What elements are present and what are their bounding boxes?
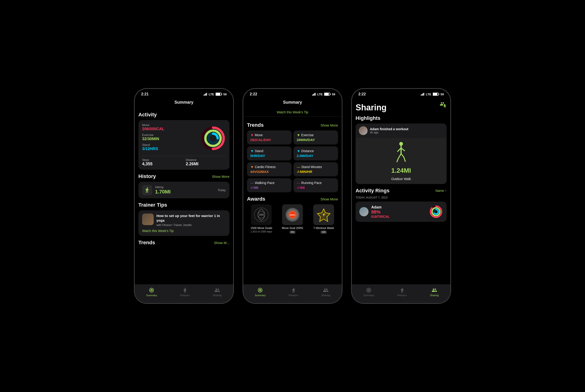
watch-tip-banner[interactable]: Watch this Week's Tip (243, 108, 342, 116)
nav-fitness-1[interactable]: Fitness+ (180, 288, 190, 297)
highlight-person-name: Adam finished a workout (370, 127, 408, 131)
nav-sharing-label-2: Sharing (321, 294, 330, 297)
svg-rect-5 (216, 93, 220, 95)
history-show-more[interactable]: Show More (212, 174, 229, 178)
nav-sharing-3[interactable]: Sharing (430, 288, 439, 297)
svg-text:↗: ↗ (217, 128, 219, 131)
award-name-7workout: 7-Workout Week (309, 226, 338, 230)
award-svg-200: 200% (284, 206, 301, 223)
svg-rect-2 (205, 93, 206, 96)
trend-card-distance[interactable]: ▼ Distance 2.0MI/DAY (294, 146, 338, 160)
scroll-content-2[interactable]: Trends Show More ▼ Move 282CAL/DAY (243, 118, 342, 302)
sharing-title: Sharing (352, 98, 450, 114)
award-count-7workout: 155 (321, 231, 327, 234)
highlight-visual: 1.24MI Outdoor Walk (356, 138, 447, 184)
svg-rect-40 (422, 94, 422, 96)
history-section-header: History Show More (138, 174, 229, 180)
distance-label: Distance (186, 158, 226, 162)
page-title-2: Summary (243, 98, 342, 108)
trend-card-exercise[interactable]: ▼ Exercise 28MIN/DAY (294, 130, 338, 144)
trend-card-stand[interactable]: ▼ Stand 5HR/DAY (247, 146, 291, 160)
share-manage-icon[interactable] (439, 102, 446, 109)
trend-arrow-standmin: — (297, 165, 300, 169)
nav-summary-2[interactable]: Summary (255, 288, 266, 297)
trend-arrow-move: ▼ (250, 133, 254, 137)
distance-value: 2.26MI (186, 162, 226, 166)
trend-card-cardio[interactable]: ▼ Cardio Fitness 44VO2MAX (247, 162, 291, 176)
nav-sharing-icon-1 (214, 288, 220, 293)
trends-show-more[interactable]: Show More (321, 123, 338, 127)
svg-rect-0 (203, 95, 204, 96)
signal-icon-2 (312, 93, 316, 96)
trend-label-stand: Stand (255, 149, 263, 153)
nav-fitness-icon-1 (182, 288, 188, 293)
award-move200[interactable]: 200% Move Goal 200% 291 (278, 204, 307, 234)
svg-rect-25 (330, 94, 331, 95)
activity-rings-section-header: Activity Rings Name ↑ (356, 188, 447, 194)
nav-sharing-2[interactable]: Sharing (321, 288, 330, 297)
svg-point-38 (260, 290, 261, 291)
highlight-time: 4h ago (370, 131, 408, 134)
status-right-2: LTE 59 (312, 92, 335, 96)
trend-card-walkpace[interactable]: — Walking Pace -/-/MI (247, 178, 291, 192)
battery-pct-2: 59 (332, 92, 335, 96)
nav-summary-label-3: Summary (363, 294, 374, 297)
highlights-card[interactable]: Adam finished a workout 4h ago (356, 124, 447, 184)
svg-rect-20 (313, 94, 314, 96)
nav-fitness-label-3: Fitness+ (397, 294, 407, 297)
svg-rect-3 (206, 93, 207, 96)
rings-date: TODAY, AUGUST 7, 2023 (356, 196, 447, 199)
trend-arrow-distance: ▼ (297, 149, 300, 153)
trainer-tip-sub: with Fitness+ Trainer Jonelle (156, 224, 226, 227)
trend-card-move[interactable]: ▼ Move 282CAL/DAY (247, 130, 291, 144)
trend-arrow-exercise: ▼ (297, 133, 300, 137)
trainer-card[interactable]: How to set up your feet for warrior 1 in… (138, 210, 229, 236)
trainer-thumb-img (142, 214, 154, 225)
stand-metric: Stand 3/12HRS (142, 143, 200, 151)
trends-preview-title: Trends (138, 240, 155, 246)
svg-text:200%: 200% (290, 214, 295, 216)
trends-title: Trends (247, 122, 264, 128)
steps-distance-row: Steps 4,355 Distance 2.26MI (142, 156, 226, 166)
battery-pct-1: 59 (223, 92, 227, 96)
trend-arrow-stand: ▼ (250, 149, 254, 153)
nav-fitness-3[interactable]: Fitness+ (397, 288, 407, 297)
nav-summary-icon-3 (366, 288, 372, 293)
nav-fitness-2[interactable]: Fitness+ (289, 288, 299, 297)
awards-show-more[interactable]: Show More (321, 197, 338, 201)
nav-summary-3[interactable]: Summary (363, 288, 374, 297)
trend-card-standmin[interactable]: — Stand Minutes -/-MIN/HR (294, 162, 338, 176)
trainer-tip-link[interactable]: Watch this Week's Tip (142, 229, 226, 233)
nav-sharing-1[interactable]: Sharing (213, 288, 222, 297)
svg-rect-22 (315, 93, 316, 96)
phone-3: 2:22 LTE 59 Sharing (351, 88, 451, 304)
battery-pct-3: 59 (441, 92, 444, 96)
trend-card-runpace[interactable]: — Running Pace -/-/MI (294, 178, 338, 192)
award-count-200: 291 (289, 231, 296, 234)
battery-icon-2 (324, 92, 331, 96)
nav-fitness-icon-2 (291, 288, 297, 293)
nav-bar-3: Summary Fitness+ Sharing (352, 284, 450, 303)
award-1500-move[interactable]: 1500 1500 Move Goals 1,415 of 1500 days (247, 204, 276, 234)
activity-rings-section-title: Activity Rings (356, 188, 390, 194)
svg-line-53 (398, 154, 401, 158)
trends-preview-show-more[interactable]: Show M... (214, 241, 229, 245)
svg-text:⚡: ⚡ (322, 212, 326, 216)
highlight-info: Adam finished a workout 4h ago (370, 127, 408, 134)
lte-label-3: LTE (426, 92, 431, 96)
phones-container: 2:21 LTE 59 Summary Activity (134, 88, 451, 304)
svg-rect-21 (314, 93, 315, 96)
history-card[interactable]: Hiking 1.70MI Today (138, 182, 229, 198)
scroll-content-3[interactable]: Highlights Adam finished a workout 4h ag… (352, 114, 450, 284)
dynamic-island-3 (387, 92, 415, 100)
status-time-3: 2:22 (358, 92, 366, 96)
person-rings-card[interactable]: Adam 88% 618/700CAL (356, 202, 447, 222)
scroll-content-1[interactable]: Activity Move 206/500CAL Exercise 32/30M… (135, 108, 233, 292)
history-type: Hiking (155, 186, 215, 189)
nav-fitness-icon-3 (400, 288, 405, 293)
award-7workout[interactable]: ⚡ 7-Workout Week 155 (309, 204, 338, 234)
highlights-title: Highlights (356, 115, 447, 121)
nav-summary-1[interactable]: Summary (146, 288, 157, 297)
trend-value-walkpace: -/-/MI (250, 186, 288, 190)
rings-sort-button[interactable]: Name ↑ (436, 189, 447, 192)
